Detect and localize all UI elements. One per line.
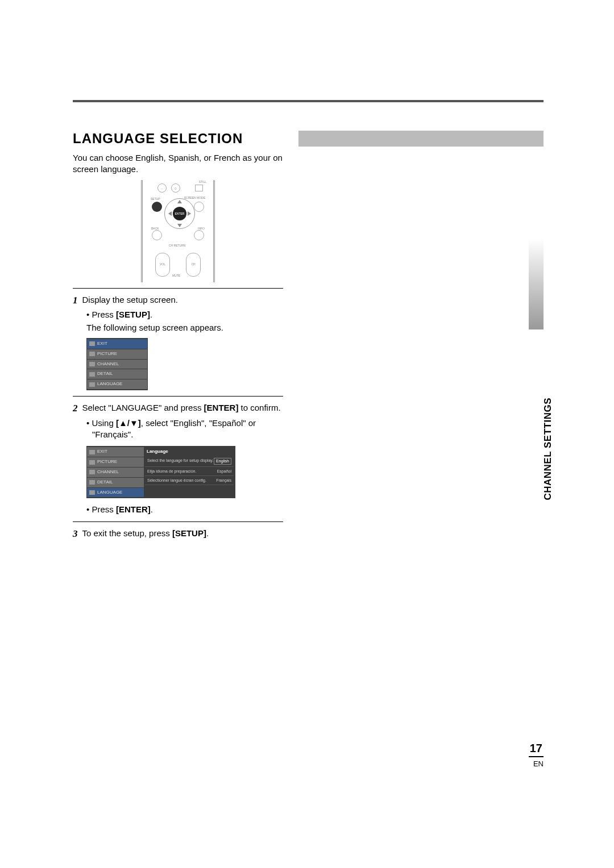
remote-ch-rocker: CH <box>186 253 201 277</box>
divider <box>73 288 283 289</box>
page-footer: 17 EN <box>529 742 544 768</box>
remote-mute-label: MUTE <box>172 274 180 278</box>
remote-screen-button <box>194 202 204 212</box>
remote-dash-button: – <box>157 183 167 193</box>
detail-icon <box>89 480 95 485</box>
language-menu-screenshot: EXIT PICTURE CHANNEL DETAIL LANGUAGE Lan… <box>86 446 235 498</box>
step-2: 2 Select "LANGUAGE" and press [ENTER] to… <box>73 402 283 415</box>
divider <box>73 396 283 397</box>
menu-item-language: LANGUAGE <box>87 488 144 498</box>
remote-setup-button <box>152 202 162 212</box>
step-3: 3 To exit the setup, press [SETUP]. <box>73 528 283 541</box>
down-arrow-icon <box>177 224 182 227</box>
menu-item-channel: CHANNEL <box>87 360 147 369</box>
page-number: 17 <box>529 742 544 757</box>
channel-icon <box>89 362 95 366</box>
remote-back-button <box>152 230 162 240</box>
picture-icon <box>89 352 95 356</box>
remote-still-label: STILL <box>199 180 206 184</box>
menu-item-detail: DETAIL <box>87 478 144 487</box>
remote-vol-rocker: VOL <box>155 253 170 277</box>
step-number: 3 <box>73 528 78 541</box>
step-1: 1 Display the setup screen. <box>73 294 283 307</box>
menu-item-picture: PICTURE <box>87 349 147 359</box>
left-arrow-icon <box>166 211 172 216</box>
side-section-tab: CHANNEL SETTINGS <box>521 239 544 398</box>
menu-item-exit: EXIT <box>87 447 144 457</box>
menu-left-column: EXIT PICTURE CHANNEL DETAIL LANGUAGE <box>87 446 144 498</box>
remote-still-button <box>195 185 203 191</box>
step-1-bullet: Press [SETUP]. The following setup scree… <box>86 309 283 333</box>
step-2-press-enter: Press [ENTER]. <box>86 504 283 515</box>
detail-icon <box>89 372 95 377</box>
step-1-sub: The following setup screen appears. <box>92 322 223 333</box>
language-row-francais: Sélectionner langue écran config. França… <box>145 476 234 485</box>
picture-icon <box>89 460 95 465</box>
remote-illustration: – 0 STILL SETUP SCREEN MODE ENTER BACK I… <box>141 180 215 282</box>
page-language-code: EN <box>529 760 544 768</box>
remote-enter-button: ENTER <box>173 207 186 220</box>
up-arrow-icon <box>177 200 182 203</box>
menu-right-panel: Language Select the language for setup d… <box>144 446 235 498</box>
menu-item-picture: PICTURE <box>87 457 144 467</box>
menu-item-detail: DETAIL <box>87 369 147 379</box>
language-icon <box>89 490 95 495</box>
setup-menu-screenshot: EXIT PICTURE CHANNEL DETAIL LANGUAGE <box>86 338 148 390</box>
right-arrow-icon <box>188 211 193 216</box>
remote-setup-label: SETUP <box>151 197 160 201</box>
remote-dpad: ENTER <box>164 198 195 229</box>
remote-info-button <box>194 230 204 240</box>
language-panel-header: Language <box>145 448 234 456</box>
page-frame: LANGUAGE SELECTION You can choose Englis… <box>73 100 544 782</box>
step-number: 2 <box>73 402 78 415</box>
menu-item-exit: EXIT <box>87 339 147 349</box>
step-number: 1 <box>73 294 78 307</box>
step-2-bullet: Using [▲/▼], select "English", "Español"… <box>86 418 283 441</box>
language-row-espanol: Elija idioma de preparación. Español <box>145 467 234 476</box>
language-row-english: Select the language for setup display. E… <box>145 456 234 466</box>
menu-item-channel: CHANNEL <box>87 468 144 477</box>
side-tab-gradient <box>529 239 544 329</box>
intro-text: You can choose English, Spanish, or Fren… <box>73 152 283 176</box>
side-tab-label: CHANNEL SETTINGS <box>542 398 554 500</box>
divider <box>73 521 283 522</box>
step-2-text: Select "LANGUAGE" and press [ENTER] to c… <box>82 402 281 415</box>
menu-item-language: LANGUAGE <box>87 379 147 389</box>
content-column: You can choose English, Spanish, or Fren… <box>73 152 283 541</box>
remote-return-label: CH RETURN <box>169 244 185 248</box>
step-1-text: Display the setup screen. <box>82 294 178 307</box>
exit-icon <box>89 341 95 346</box>
channel-icon <box>89 470 95 474</box>
remote-zero-button: 0 <box>171 183 180 193</box>
step-3-text: To exit the setup, press [SETUP]. <box>82 528 209 541</box>
exit-icon <box>89 450 95 454</box>
section-title: LANGUAGE SELECTION <box>73 131 544 147</box>
language-icon <box>89 382 95 387</box>
